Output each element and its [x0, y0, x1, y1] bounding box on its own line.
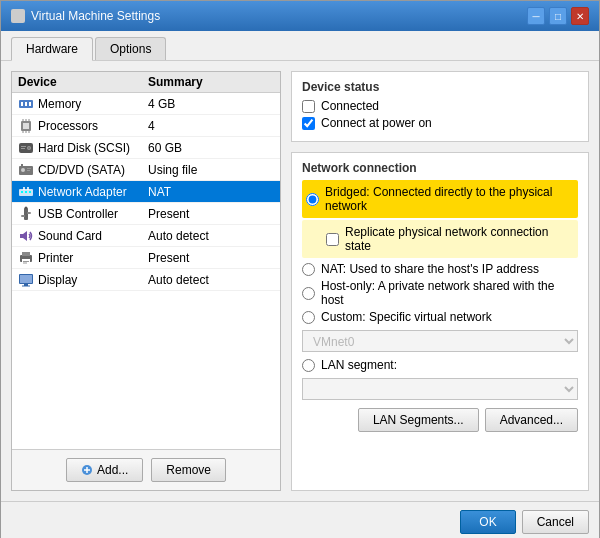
network-connection-section: Network connection Bridged: Connected di…: [291, 152, 589, 491]
device-name-cd-dvd: CD/DVD (SATA): [18, 162, 148, 178]
device-row-display[interactable]: Display Auto detect: [12, 269, 280, 291]
bridged-radio-row: Bridged: Connected directly to the physi…: [306, 185, 574, 213]
minimize-button[interactable]: ─: [527, 7, 545, 25]
svg-rect-28: [24, 208, 28, 220]
replicate-checkbox[interactable]: [326, 233, 339, 246]
svg-rect-2: [25, 102, 27, 106]
device-status-section: Device status Connected Connect at power…: [291, 71, 589, 142]
svg-rect-41: [22, 285, 30, 286]
device-list-panel: Device Summary Memory 4 GB: [11, 71, 281, 491]
device-row-memory[interactable]: Memory 4 GB: [12, 93, 280, 115]
window-icon: [11, 9, 25, 23]
cancel-button[interactable]: Cancel: [522, 510, 589, 534]
svg-rect-27: [27, 187, 29, 190]
network-connection-label: Network connection: [302, 161, 578, 175]
replicate-label: Replicate physical network connection st…: [345, 225, 574, 253]
device-row-nic[interactable]: Network Adapter NAT: [12, 181, 280, 203]
connected-row: Connected: [302, 99, 578, 113]
display-icon: [18, 272, 34, 288]
lan-segment-radio-row: LAN segment:: [302, 358, 578, 372]
svg-rect-36: [23, 261, 29, 262]
svg-rect-20: [27, 168, 31, 169]
device-summary-sound: Auto detect: [148, 229, 274, 243]
cd-dvd-icon: [18, 162, 34, 178]
replicate-checkbox-row: Replicate physical network connection st…: [326, 225, 574, 253]
svg-rect-16: [21, 148, 25, 149]
tab-hardware[interactable]: Hardware: [11, 37, 93, 61]
device-name-printer: Printer: [18, 250, 148, 266]
device-status-label: Device status: [302, 80, 578, 94]
device-row-usb[interactable]: USB Controller Present: [12, 203, 280, 225]
svg-rect-25: [29, 191, 31, 193]
device-row-cd-dvd[interactable]: CD/DVD (SATA) Using file: [12, 159, 280, 181]
device-name-hard-disk: Hard Disk (SCSI): [18, 140, 148, 156]
lan-segments-button[interactable]: LAN Segments...: [358, 408, 479, 432]
add-icon: [81, 464, 93, 476]
svg-marker-32: [20, 231, 27, 241]
tab-options[interactable]: Options: [95, 37, 166, 60]
connected-label: Connected: [321, 99, 379, 113]
title-bar-left: Virtual Machine Settings: [11, 9, 160, 23]
custom-network-dropdown[interactable]: VMnet0: [302, 330, 578, 352]
svg-rect-26: [23, 187, 25, 190]
device-summary-usb: Present: [148, 207, 274, 221]
maximize-button[interactable]: □: [549, 7, 567, 25]
host-only-label: Host-only: A private network shared with…: [321, 279, 578, 307]
svg-point-18: [21, 168, 25, 172]
title-controls: ─ □ ✕: [527, 7, 589, 25]
device-column-header: Device: [18, 75, 148, 89]
lan-segment-dropdown-container: [302, 378, 578, 400]
replicate-sub-option: Replicate physical network connection st…: [302, 220, 578, 258]
svg-rect-5: [23, 123, 29, 129]
device-summary-memory: 4 GB: [148, 97, 274, 111]
lan-segment-dropdown[interactable]: [302, 378, 578, 400]
device-name-sound: Sound Card: [18, 228, 148, 244]
lan-segment-radio[interactable]: [302, 359, 315, 372]
tab-bar: Hardware Options: [1, 31, 599, 61]
close-button[interactable]: ✕: [571, 7, 589, 25]
sound-icon: [18, 228, 34, 244]
device-name-display: Display: [18, 272, 148, 288]
svg-rect-23: [21, 191, 23, 193]
advanced-button[interactable]: Advanced...: [485, 408, 578, 432]
device-row-processors[interactable]: Processors 4: [12, 115, 280, 137]
device-summary-nic: NAT: [148, 185, 274, 199]
device-name-usb: USB Controller: [18, 206, 148, 222]
device-row-sound[interactable]: Sound Card Auto detect: [12, 225, 280, 247]
svg-point-31: [25, 206, 28, 209]
device-table-header: Device Summary: [12, 72, 280, 93]
custom-radio[interactable]: [302, 311, 315, 324]
connect-at-power-on-row: Connect at power on: [302, 116, 578, 130]
title-bar: Virtual Machine Settings ─ □ ✕: [1, 1, 599, 31]
device-summary-cd-dvd: Using file: [148, 163, 274, 177]
connect-at-power-on-checkbox[interactable]: [302, 117, 315, 130]
hard-disk-icon: [18, 140, 34, 156]
svg-point-14: [28, 147, 30, 149]
connected-checkbox[interactable]: [302, 100, 315, 113]
svg-rect-3: [29, 102, 31, 106]
ok-button[interactable]: OK: [460, 510, 515, 534]
nat-radio[interactable]: [302, 263, 315, 276]
bridged-radio[interactable]: [306, 193, 319, 206]
connect-at-power-on-label: Connect at power on: [321, 116, 432, 130]
memory-icon: [18, 96, 34, 112]
device-row-hard-disk[interactable]: Hard Disk (SCSI) 60 GB: [12, 137, 280, 159]
bottom-button-bar: OK Cancel: [1, 501, 599, 538]
svg-rect-15: [21, 146, 26, 147]
device-row-printer[interactable]: Printer Present: [12, 247, 280, 269]
device-action-buttons: Add... Remove: [12, 449, 280, 490]
device-summary-display: Auto detect: [148, 273, 274, 287]
device-summary-hard-disk: 60 GB: [148, 141, 274, 155]
device-name-processors: Processors: [18, 118, 148, 134]
remove-device-button[interactable]: Remove: [151, 458, 226, 482]
nat-radio-row: NAT: Used to share the host's IP address: [302, 262, 578, 276]
summary-column-header: Summary: [148, 75, 274, 89]
nic-icon: [18, 184, 34, 200]
main-content: Device Summary Memory 4 GB: [1, 61, 599, 501]
host-only-radio[interactable]: [302, 287, 315, 300]
device-name-memory: Memory: [18, 96, 148, 112]
custom-label: Custom: Specific virtual network: [321, 310, 492, 324]
network-action-buttons: LAN Segments... Advanced...: [302, 408, 578, 432]
add-device-button[interactable]: Add...: [66, 458, 143, 482]
svg-rect-21: [27, 170, 30, 171]
